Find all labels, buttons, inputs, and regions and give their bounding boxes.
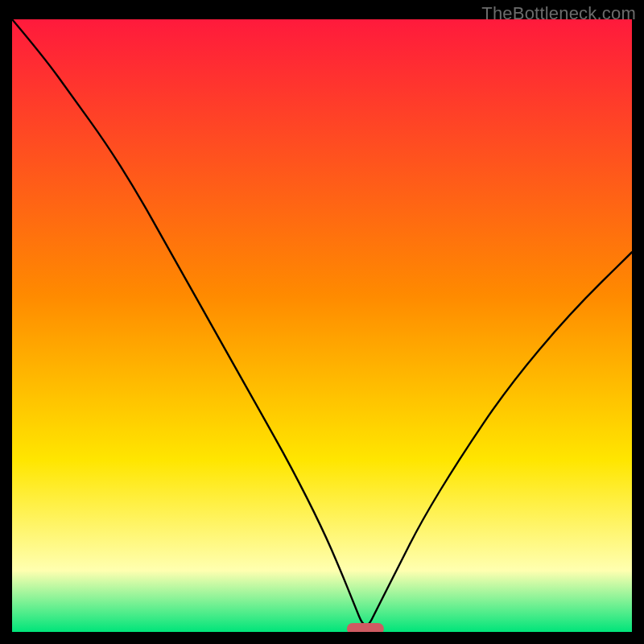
chart-frame: TheBottleneck.com bbox=[0, 0, 644, 644]
gradient-background bbox=[12, 19, 632, 632]
bottleneck-chart bbox=[12, 19, 632, 632]
plot-area bbox=[12, 19, 632, 632]
optimum-marker bbox=[347, 623, 384, 632]
watermark-text: TheBottleneck.com bbox=[481, 3, 636, 24]
